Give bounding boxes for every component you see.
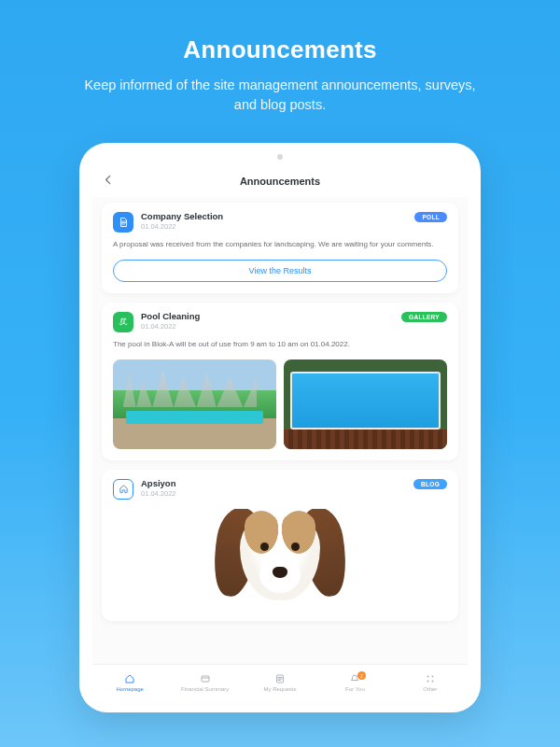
notification-badge: 2 bbox=[357, 671, 366, 680]
back-button[interactable] bbox=[102, 174, 115, 190]
badge-gallery: GALLERY bbox=[401, 312, 447, 322]
svg-point-2 bbox=[427, 675, 428, 677]
tab-label: Homepage bbox=[117, 686, 144, 692]
app-bar: Announcements bbox=[92, 165, 468, 197]
announcement-list: Company Selection 01.04.2022 POLL A prop… bbox=[92, 197, 468, 664]
tab-homepage[interactable]: Homepage bbox=[92, 665, 167, 699]
announcement-card[interactable]: Pool Cleaning 01.04.2022 GALLERY The poo… bbox=[102, 303, 458, 460]
device-camera-dot bbox=[277, 154, 283, 160]
tab-other[interactable]: Other bbox=[393, 665, 468, 699]
tab-financial-summary[interactable]: Financial Summary bbox=[167, 665, 242, 699]
card-date: 01.04.2022 bbox=[141, 222, 414, 231]
card-body: A proposal was received from the compani… bbox=[113, 240, 447, 250]
tab-label: Other bbox=[423, 686, 437, 692]
device-frame: Announcements Company Selection 01.04.20… bbox=[79, 143, 481, 712]
screen-title: Announcements bbox=[240, 176, 320, 187]
card-title: Apsiyon bbox=[141, 479, 413, 488]
gallery-row bbox=[113, 359, 447, 449]
gallery-image[interactable] bbox=[113, 359, 276, 449]
promo-title: Announcements bbox=[183, 35, 377, 64]
badge-poll: POLL bbox=[414, 212, 447, 222]
card-date: 01.04.2022 bbox=[141, 489, 413, 498]
tab-my-requests[interactable]: My Requests bbox=[243, 665, 317, 699]
dog-illustration bbox=[210, 509, 350, 621]
app-screen: Announcements Company Selection 01.04.20… bbox=[92, 165, 468, 699]
svg-point-3 bbox=[431, 675, 433, 677]
view-results-button[interactable]: View the Results bbox=[113, 260, 447, 282]
pool-icon bbox=[113, 312, 133, 332]
announcement-card[interactable]: Apsiyon 01.04.2022 BLOG bbox=[102, 470, 458, 621]
bottom-tabbar: Homepage Financial Summary My Requests 2… bbox=[92, 664, 468, 699]
svg-point-5 bbox=[431, 680, 433, 682]
svg-point-4 bbox=[427, 680, 428, 682]
card-title: Company Selection bbox=[141, 212, 414, 221]
promo-subtitle: Keep informed of the site management ann… bbox=[79, 76, 481, 115]
svg-rect-0 bbox=[202, 676, 209, 682]
tab-for-you[interactable]: 2 For You bbox=[317, 665, 392, 699]
tab-label: For You bbox=[345, 686, 365, 692]
announcement-card[interactable]: Company Selection 01.04.2022 POLL A prop… bbox=[102, 203, 458, 293]
card-date: 01.04.2022 bbox=[141, 322, 401, 331]
document-icon bbox=[113, 212, 133, 233]
home-outline-icon bbox=[113, 479, 133, 500]
tab-label: My Requests bbox=[264, 686, 297, 692]
badge-blog: BLOG bbox=[413, 479, 447, 489]
gallery-image[interactable] bbox=[284, 359, 447, 449]
card-title: Pool Cleaning bbox=[141, 312, 401, 321]
blog-image[interactable] bbox=[113, 509, 447, 621]
tab-label: Financial Summary bbox=[181, 686, 229, 692]
card-body: The pool in Blok-A will be out of use fr… bbox=[113, 340, 447, 350]
